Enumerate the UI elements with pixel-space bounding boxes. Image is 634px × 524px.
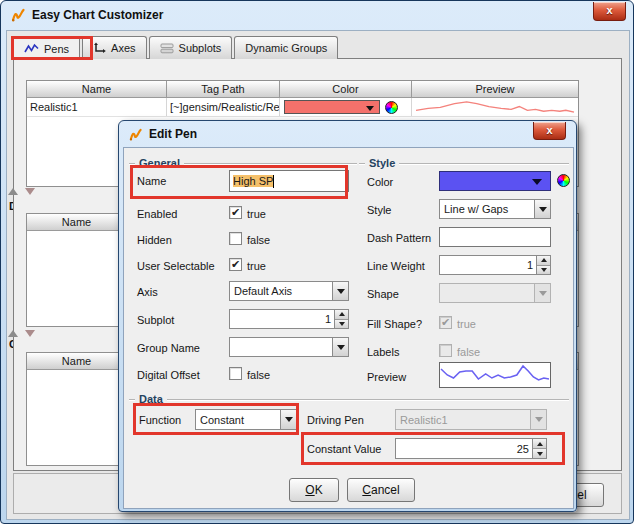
dash-pattern-label: Dash Pattern [367,232,431,244]
col-header-color[interactable]: Color [280,81,412,98]
tag-history-header: Name Tag Path Color Preview [27,81,578,98]
ok-button[interactable]: OK [289,478,339,502]
driving-pen-label: Driving Pen [307,414,364,426]
function-dropdown[interactable]: Constant [195,409,297,430]
pen-color-dropdown[interactable] [284,100,380,114]
tab-pens[interactable]: Pens [13,36,80,60]
hidden-checkbox[interactable] [229,232,242,245]
labels-label: Labels [367,346,399,358]
chevron-down-icon [532,179,542,185]
spinner-up-icon[interactable] [335,310,348,320]
tab-subplots-label: Subplots [179,42,222,54]
app-icon [128,127,143,142]
labels-value: false [457,346,480,358]
user-selectable-label: User Selectable [137,260,215,272]
function-label: Function [139,414,181,426]
enabled-label: Enabled [137,208,177,220]
pen-tag-path-cell[interactable]: [~]gensim/Realistic/Rea... [167,98,280,116]
group-name-label: Group Name [137,342,200,354]
constant-value-spinner[interactable]: 25 [395,438,547,459]
general-group-header: General [129,157,357,169]
line-weight-spinner[interactable]: 1 [439,255,551,275]
chevron-down-icon [332,338,348,356]
chevron-down-icon [332,282,348,300]
edit-pen-titlebar[interactable]: Edit Pen [119,121,576,147]
col-header-preview[interactable]: Preview [412,81,578,98]
name-label: Name [137,175,166,187]
axis-value: Default Axis [230,285,332,297]
shape-dropdown [439,283,551,303]
hidden-value: false [247,234,270,246]
line-weight-label: Line Weight [367,260,425,272]
move-up-icon[interactable] [8,330,18,337]
chevron-down-icon [366,106,374,111]
preview-label: Preview [367,371,406,383]
pen-color-cell[interactable] [280,98,412,116]
data-group-header: Data [129,393,569,405]
main-titlebar[interactable]: Easy Chart Customizer [1,1,633,28]
group-name-dropdown[interactable] [229,337,349,357]
color-dropdown[interactable] [439,171,551,191]
color-wheel-icon[interactable] [557,174,570,187]
driving-pen-value: Realistic1 [396,414,530,426]
style-dropdown[interactable]: Line w/ Gaps [439,199,551,219]
tab-dynamic-groups-label: Dynamic Groups [245,42,327,54]
customizer-tabstrip: Pens Axes Subplots Dynamic Groups [13,36,340,59]
move-down-icon[interactable] [25,188,35,195]
enabled-checkbox[interactable]: ✔ [229,206,242,219]
constant-value-label: Constant Value [307,443,381,455]
axis-dropdown[interactable]: Default Axis [229,281,349,301]
driving-pen-dropdown: Realistic1 [395,409,547,430]
fill-shape-label: Fill Shape? [367,318,422,330]
style-group-title: Style [365,157,399,169]
db-col-header-name[interactable]: Name [27,214,127,231]
axis-label: Axis [137,286,158,298]
spinner-down-icon[interactable] [533,449,546,458]
red-preview-sparkline [414,99,576,115]
window-title: Easy Chart Customizer [32,8,163,22]
subplot-spinner[interactable]: 1 [229,309,349,329]
subplots-icon [160,43,174,54]
name-field-selected-text: High SP [233,175,273,187]
chevron-down-icon [280,410,296,429]
style-label: Style [367,204,391,216]
cancel-button[interactable]: Cancel [347,478,415,502]
table-row[interactable]: Realistic1 [~]gensim/Realistic/Rea... [27,98,578,117]
tab-axes-label: Axes [111,42,135,54]
color-wheel-icon[interactable] [385,101,398,114]
edit-pen-close-button[interactable]: x [533,122,566,140]
spinner-down-icon[interactable] [335,320,348,329]
user-selectable-checkbox[interactable]: ✔ [229,258,242,271]
pen-preview-cell [412,98,578,116]
name-field[interactable]: High SP [229,170,349,192]
user-selectable-value: true [247,260,266,272]
color-label: Color [367,176,393,188]
subplot-value: 1 [230,310,334,328]
digital-offset-checkbox[interactable] [229,367,242,380]
digital-offset-value: false [247,369,270,381]
tab-pens-label: Pens [44,43,69,55]
main-close-button[interactable]: x [593,2,626,21]
shape-label: Shape [367,288,399,300]
move-up-icon[interactable] [8,188,18,195]
move-down-icon[interactable] [25,330,35,337]
spinner-down-icon[interactable] [537,266,550,275]
spinner-up-icon[interactable] [533,439,546,449]
line-weight-value: 1 [440,256,536,274]
spinner-up-icon[interactable] [537,256,550,266]
pen-preview-box [439,362,551,388]
tab-axes[interactable]: Axes [82,36,146,59]
pen-name-cell[interactable]: Realistic1 [27,98,167,116]
col-header-name[interactable]: Name [27,81,167,98]
calc-col-header-name[interactable]: Name [27,353,127,370]
chevron-down-icon [534,200,550,218]
col-header-tag-path[interactable]: Tag Path [167,81,280,98]
edit-pen-title: Edit Pen [149,127,197,141]
tab-subplots[interactable]: Subplots [149,36,233,59]
dash-pattern-field[interactable] [439,227,551,247]
blue-preview-sparkline [440,363,550,387]
enabled-value: true [247,208,266,220]
labels-checkbox [439,344,452,357]
database-reorder [8,330,35,337]
tab-dynamic-groups[interactable]: Dynamic Groups [234,36,338,59]
